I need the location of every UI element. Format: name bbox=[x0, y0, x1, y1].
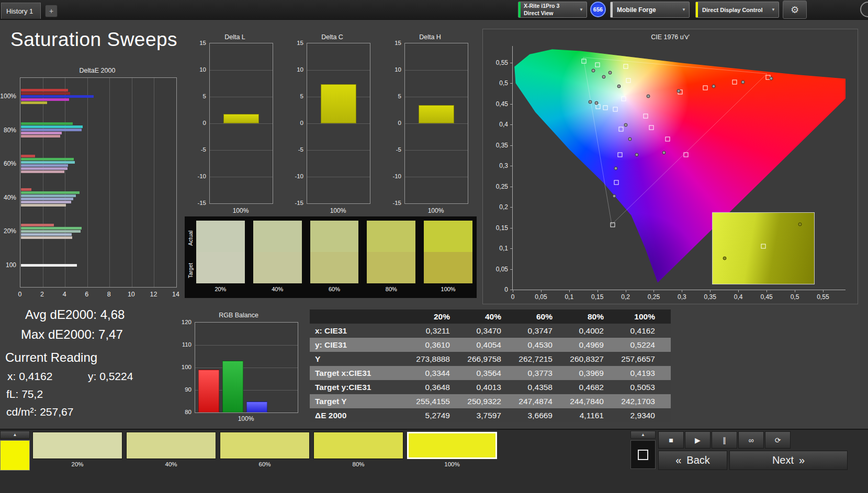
y-axis-label: 90 bbox=[175, 386, 191, 393]
patch-swatch bbox=[126, 432, 216, 459]
grid-line bbox=[307, 177, 370, 177]
y-axis-label: 100 bbox=[175, 364, 191, 370]
back-button[interactable]: « Back bbox=[658, 451, 727, 470]
patch-column: 40% bbox=[253, 221, 302, 292]
table-row: Y273,8888266,9758262,7215260,8327257,665… bbox=[310, 352, 671, 366]
patch-button-20%[interactable]: 20% bbox=[32, 432, 122, 467]
tick-mark bbox=[541, 290, 542, 292]
table-header-row: 20%40%60%80%100% bbox=[310, 309, 671, 324]
table-cell: 257,6657 bbox=[619, 352, 671, 366]
x-axis-label: 0,5 bbox=[791, 293, 799, 301]
delta-c-chart: Delta C 100% 151050-5-10-15 bbox=[290, 33, 375, 217]
tab-history-1[interactable]: History 1 bbox=[1, 3, 41, 19]
y-axis-label: 0,25 bbox=[496, 183, 508, 190]
y-axis-label: 15 bbox=[290, 40, 303, 46]
table-cell: 255,4155 bbox=[414, 394, 466, 408]
bar bbox=[21, 135, 60, 137]
table-cell: 0,4193 bbox=[619, 366, 671, 380]
patch-window-button[interactable] bbox=[630, 440, 656, 469]
display-control-dropdown[interactable]: Direct Display Control ▼ bbox=[695, 2, 779, 18]
settings-button[interactable]: ⚙ bbox=[783, 1, 807, 19]
window-circle-button[interactable] bbox=[860, 2, 868, 17]
collapse-left-button[interactable]: ▲ bbox=[0, 431, 30, 439]
row-label: x: CIE31 bbox=[310, 324, 414, 338]
bar bbox=[21, 188, 31, 191]
column-header: 40% bbox=[466, 309, 517, 324]
rgb-chart: RGB Balance 100% 1201101009080 bbox=[174, 312, 303, 425]
actual-row-label: Actual bbox=[187, 231, 194, 246]
column-header: 80% bbox=[568, 309, 619, 324]
tick-mark bbox=[682, 290, 682, 292]
table-cell: 0,5053 bbox=[619, 380, 671, 394]
table-cell: 0,4162 bbox=[619, 324, 671, 338]
rgb-plot bbox=[195, 322, 298, 413]
tick-mark bbox=[569, 290, 570, 292]
stop-button[interactable]: ■ bbox=[658, 431, 684, 449]
measurement-marker bbox=[617, 84, 621, 88]
table-row: ΔE 20005,27493,75973,66694,11612,9340 bbox=[310, 408, 671, 422]
bar bbox=[21, 230, 81, 233]
tick-mark bbox=[510, 104, 513, 105]
continuous-measure-button[interactable]: ∞ bbox=[738, 431, 764, 449]
table-cell: 262,7215 bbox=[517, 352, 568, 366]
page-title: Saturation Sweeps bbox=[10, 29, 177, 51]
patch-button-80%[interactable]: 80% bbox=[313, 432, 403, 467]
avg-de2000: Avg dE2000: 4,68 bbox=[25, 307, 125, 322]
grid-line bbox=[405, 177, 468, 177]
max-de2000: Max dE2000: 7,47 bbox=[21, 327, 123, 342]
reading-count-badge[interactable]: 656 bbox=[590, 2, 606, 17]
patch-button-60%[interactable]: 60% bbox=[220, 432, 310, 467]
grid-line bbox=[109, 78, 110, 287]
play-button[interactable]: ▶ bbox=[685, 431, 711, 449]
target-marker bbox=[618, 127, 623, 131]
chevron-down-icon: ▼ bbox=[579, 7, 587, 12]
target-marker bbox=[610, 222, 615, 227]
patch-button-40%[interactable]: 40% bbox=[126, 432, 216, 467]
target-marker bbox=[595, 105, 600, 109]
y-axis-label: 60% bbox=[4, 160, 16, 167]
y-axis-label: 0,15 bbox=[496, 224, 508, 232]
table-cell: 0,4969 bbox=[568, 338, 619, 352]
target-swatch bbox=[253, 252, 302, 283]
transport-row: ■▶∥∞⟳ bbox=[658, 431, 791, 449]
table-row: y: CIE310,36100,40540,45300,49690,5224 bbox=[310, 338, 671, 352]
tick-mark bbox=[510, 269, 513, 270]
target-swatch bbox=[367, 252, 415, 283]
table-cell: 0,3211 bbox=[414, 324, 466, 338]
collapse-right-button[interactable]: ▲ bbox=[630, 431, 656, 439]
x-axis-label: 0,45 bbox=[760, 293, 772, 301]
patch-button-100%[interactable]: 100% bbox=[407, 432, 497, 467]
bar bbox=[21, 264, 77, 267]
actual-swatch bbox=[196, 221, 245, 252]
measurement-marker bbox=[614, 166, 618, 170]
x-axis-label: 0,25 bbox=[648, 293, 660, 301]
grid-line bbox=[210, 150, 273, 151]
pause-button[interactable]: ∥ bbox=[712, 431, 737, 449]
add-tab-button[interactable]: + bbox=[45, 5, 58, 17]
table-cell: 5,2749 bbox=[414, 408, 466, 422]
results-table: 20%40%60%80%100%x: CIE310,32110,34700,37… bbox=[310, 309, 671, 422]
target-marker bbox=[622, 97, 626, 101]
inset-measurement-marker bbox=[798, 222, 802, 226]
grid-line bbox=[43, 78, 43, 287]
y-axis-label: 0,35 bbox=[496, 142, 508, 149]
target-marker bbox=[581, 59, 586, 64]
measurement-marker bbox=[592, 68, 595, 72]
measurement-marker bbox=[624, 123, 627, 127]
target-marker bbox=[732, 79, 737, 84]
row-label: ΔE 2000 bbox=[310, 408, 414, 422]
source-dropdown[interactable]: Mobile Forge ▼ bbox=[610, 2, 690, 18]
y-axis-label: 0,4 bbox=[499, 121, 508, 128]
meter-dropdown[interactable]: X-Rite i1Pro 3 Direct View ▼ bbox=[518, 2, 587, 18]
tick-mark bbox=[510, 166, 513, 166]
target-swatch bbox=[310, 252, 359, 283]
measurement-marker bbox=[646, 95, 650, 98]
table-cell: 0,4054 bbox=[466, 338, 517, 352]
refresh-button[interactable]: ⟳ bbox=[765, 431, 791, 449]
grid-line bbox=[405, 70, 468, 71]
target-marker bbox=[666, 136, 670, 141]
next-button[interactable]: Next » bbox=[729, 451, 848, 470]
measurement-marker bbox=[613, 194, 616, 198]
measurement-marker bbox=[608, 71, 612, 75]
y-axis-label: -10 bbox=[193, 173, 206, 179]
